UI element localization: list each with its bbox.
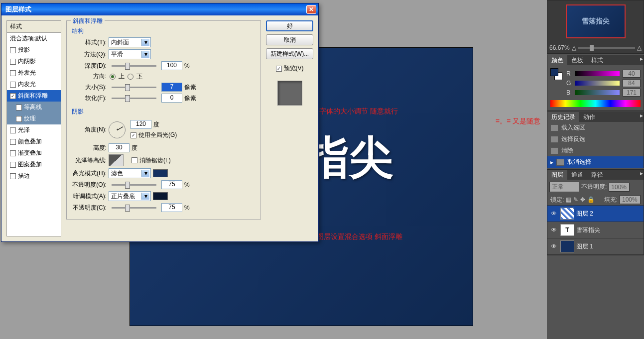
shadow-mode-select[interactable]: 正片叠底 — [109, 191, 151, 201]
tab-swatches[interactable]: 色板 — [567, 55, 587, 65]
zoom-out-icon[interactable]: △ — [572, 44, 576, 51]
lock-transparency-icon[interactable]: ▦ — [566, 196, 571, 203]
technique-select[interactable]: 平滑 — [109, 49, 151, 59]
highlight-opacity-slider[interactable] — [112, 184, 156, 186]
zoom-value[interactable]: 66.67% — [549, 44, 570, 51]
highlight-mode-select[interactable]: 滤色 — [109, 168, 151, 178]
bevel-settings-panel: 斜面和浮雕 结构 样式(T): 内斜面 方法(Q): 平滑 深度(D): 100… — [66, 20, 261, 236]
gloss-contour-picker[interactable] — [109, 154, 124, 166]
blend-mode-select[interactable]: 正常 — [549, 182, 579, 192]
shadow-opacity-label: 不透明度(C): — [72, 204, 107, 212]
history-step-icon — [550, 124, 558, 131]
style-inner-glow[interactable]: 内发光 — [7, 79, 61, 90]
cancel-button[interactable]: 取消 — [266, 34, 313, 45]
preview-checkbox[interactable] — [276, 66, 282, 72]
layer-thumbnail[interactable]: T — [560, 224, 574, 236]
close-button[interactable]: ✕ — [306, 5, 316, 14]
direction-down-radio[interactable] — [128, 74, 133, 80]
fill-input[interactable]: 100% — [620, 195, 641, 204]
size-input[interactable]: 7 — [161, 83, 182, 92]
history-item[interactable]: 清除 — [547, 145, 644, 156]
layer-item[interactable]: 👁 图层 1 — [547, 238, 644, 255]
g-slider[interactable] — [575, 81, 620, 86]
ok-button[interactable]: 好 — [266, 20, 313, 31]
style-satin[interactable]: 光泽 — [7, 124, 61, 136]
foreground-background-swatch[interactable] — [550, 68, 562, 80]
style-inner-shadow[interactable]: 内阴影 — [7, 56, 61, 67]
highlight-color-swatch[interactable] — [153, 169, 168, 177]
soften-input[interactable]: 0 — [161, 94, 182, 103]
panel-menu-icon[interactable]: ▸ — [640, 55, 643, 62]
style-stroke[interactable]: 描边 — [7, 170, 61, 182]
tab-channels[interactable]: 通道 — [567, 170, 587, 180]
b-value[interactable]: 171 — [623, 89, 641, 97]
lock-position-icon[interactable]: ✥ — [580, 196, 585, 203]
visibility-icon[interactable]: 👁 — [549, 226, 558, 233]
shadow-opacity-slider[interactable] — [112, 207, 156, 209]
panel-menu-icon[interactable]: ▸ — [640, 112, 643, 119]
tab-color[interactable]: 颜色 — [547, 55, 567, 65]
direction-up-radio[interactable] — [110, 74, 116, 80]
blend-options-item[interactable]: 混合选项:默认 — [7, 33, 61, 44]
color-panel: 颜色 色板 样式 ▸ R40 G84 B171 — [547, 55, 644, 111]
layer-item[interactable]: 👁 图层 2 — [547, 206, 644, 222]
tab-styles[interactable]: 样式 — [587, 55, 607, 65]
r-value[interactable]: 40 — [623, 70, 641, 78]
style-select[interactable]: 内斜面 — [109, 37, 151, 47]
shadow-opacity-input[interactable]: 75 — [161, 203, 182, 212]
style-pattern-overlay[interactable]: 图案叠加 — [7, 159, 61, 170]
global-light-checkbox[interactable] — [130, 132, 136, 138]
soften-slider[interactable] — [112, 98, 156, 99]
color-spectrum[interactable] — [550, 100, 641, 107]
lock-pixels-icon[interactable]: ✎ — [573, 196, 578, 203]
g-value[interactable]: 84 — [623, 79, 641, 87]
highlight-opacity-input[interactable]: 75 — [161, 180, 182, 189]
antialias-checkbox[interactable] — [131, 157, 137, 163]
size-slider[interactable] — [112, 87, 156, 88]
style-contour[interactable]: 等高线 — [7, 102, 61, 113]
zoom-slider[interactable] — [578, 47, 635, 49]
shadow-color-swatch[interactable] — [153, 192, 168, 200]
zoom-in-icon[interactable]: △ — [637, 44, 642, 51]
new-style-button[interactable]: 新建样式(W)... — [266, 48, 313, 59]
tab-history[interactable]: 历史记录 — [547, 112, 579, 122]
navigator-thumbnail[interactable]: 雪落指尖 — [566, 4, 626, 38]
visibility-icon[interactable]: 👁 — [549, 243, 558, 250]
b-slider[interactable] — [575, 90, 620, 95]
depth-slider[interactable] — [112, 65, 156, 67]
history-item[interactable]: 载入选区 — [547, 122, 644, 133]
opacity-input[interactable]: 100% — [609, 183, 630, 192]
right-dock: 雪落指尖 66.67% △ △ 颜色 色板 样式 ▸ R40 G84 B171 — [547, 0, 644, 339]
direction-label: 方向: — [72, 72, 107, 81]
tab-actions[interactable]: 动作 — [579, 112, 599, 122]
tab-paths[interactable]: 路径 — [587, 170, 607, 180]
shadow-mode-label: 暗调模式(A): — [72, 192, 107, 201]
history-step-icon — [556, 159, 564, 166]
dialog-buttons: 好 取消 新建样式(W)... 预览(V) — [266, 20, 313, 236]
depth-input[interactable]: 100 — [161, 61, 182, 70]
layer-thumbnail[interactable] — [560, 240, 574, 252]
tab-layers[interactable]: 图层 — [547, 170, 567, 180]
history-item[interactable]: 选择反选 — [547, 133, 644, 145]
dialog-titlebar[interactable]: 图层样式 ✕ — [1, 3, 318, 15]
history-step-icon — [550, 136, 558, 143]
styles-header[interactable]: 样式 — [7, 21, 61, 33]
style-bevel-emboss[interactable]: 斜面和浮雕 — [7, 90, 61, 102]
history-item[interactable]: ▸取消选择 — [547, 156, 644, 168]
visibility-icon[interactable]: 👁 — [549, 210, 558, 217]
altitude-input[interactable]: 30 — [109, 143, 129, 152]
layer-thumbnail[interactable] — [560, 208, 574, 220]
panel-menu-icon[interactable]: ▸ — [640, 170, 643, 177]
style-outer-glow[interactable]: 外发光 — [7, 67, 61, 79]
style-color-overlay[interactable]: 颜色叠加 — [7, 136, 61, 147]
gloss-contour-label: 光泽等高线: — [72, 156, 107, 165]
angle-input[interactable]: 120 — [130, 120, 151, 129]
style-gradient-overlay[interactable]: 渐变叠加 — [7, 147, 61, 159]
style-texture[interactable]: 纹理 — [7, 113, 61, 124]
layer-item[interactable]: 👁 T 雪落指尖 — [547, 222, 644, 238]
style-drop-shadow[interactable]: 投影 — [7, 44, 61, 56]
lock-all-icon[interactable]: 🔒 — [587, 196, 595, 203]
soften-label: 软化(F): — [72, 94, 107, 103]
angle-control[interactable] — [109, 121, 126, 138]
r-slider[interactable] — [575, 71, 620, 76]
